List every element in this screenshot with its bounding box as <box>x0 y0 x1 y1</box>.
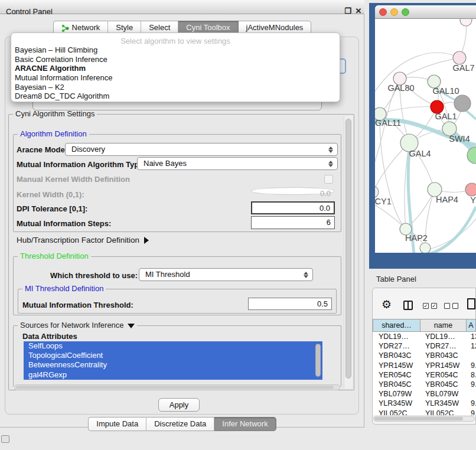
control-panel-titlebar <box>0 0 364 14</box>
network-node[interactable] <box>460 19 472 26</box>
tab-impute-data[interactable]: Impute Data <box>88 417 146 431</box>
table-horizontal-scrollbar[interactable] <box>373 416 475 422</box>
table-row[interactable]: YER054CYER054C8. <box>373 370 476 380</box>
apply-button[interactable]: Apply <box>158 398 200 412</box>
settings-horizontal-scrollbar-thumb[interactable] <box>16 386 334 389</box>
tab-infer-network[interactable]: Infer Network <box>214 417 276 431</box>
table-row[interactable]: YBL079WYBL079W <box>373 389 476 399</box>
column-header-shared[interactable]: shared… <box>373 319 420 332</box>
algorithm-option[interactable]: Bayesian – K2 <box>11 83 340 92</box>
dpi-tolerance-label: DPI Tolerance [0,1]: <box>17 204 87 213</box>
network-graph: GAL7GAL80GAL10GAL1GAL11SWI4GAL4GCY1HAP4Y… <box>375 19 476 253</box>
table-cell: YBR043C <box>375 351 420 360</box>
manual-kernel-checkbox[interactable] <box>324 175 333 184</box>
dock-panel-icon[interactable] <box>1 435 9 443</box>
network-window-titlebar[interactable] <box>375 5 476 19</box>
sources-group-title[interactable]: Sources for Network Inference <box>18 321 137 330</box>
select-all-checkbox-icon[interactable]: ✓ <box>423 303 429 309</box>
network-edge <box>429 207 476 253</box>
algorithm-option[interactable]: ARACNE Algorithm <box>11 64 340 73</box>
network-node-gcy1[interactable] <box>375 186 379 198</box>
table-cell: YIL052C <box>375 409 420 416</box>
network-node-label: GAL11 <box>375 118 401 128</box>
network-view-window: GAL7GAL80GAL10GAL1GAL11SWI4GAL4GCY1HAP4Y… <box>369 3 476 269</box>
table-row[interactable]: YBR045CYBR045C9. <box>373 380 476 389</box>
table-cell: YBL079W <box>422 389 467 399</box>
table-cell: YER054C <box>375 370 420 380</box>
table-cell: 12 <box>467 341 476 351</box>
data-attribute-item[interactable]: gal4RGexp <box>24 370 322 380</box>
table-row[interactable]: YLR345WYLR345W9. <box>373 399 476 408</box>
table-cell: YER054C <box>422 370 467 380</box>
data-attribute-item[interactable]: SelfLoops <box>24 341 322 351</box>
select-all-checkbox-icon[interactable]: ✓ <box>431 303 437 309</box>
table-cell: YBR045C <box>422 380 467 389</box>
table-row[interactable]: YDL19…YDL19…13 <box>373 332 476 341</box>
bottom-tabs: Impute DataDiscretize DataInfer Network <box>0 417 364 431</box>
algorithm-option[interactable]: Mutual Information Inference <box>11 73 340 83</box>
mi-type-select[interactable]: Naive Bayes <box>137 157 338 170</box>
table-row[interactable]: YDR27…YDR27…12 <box>373 341 476 351</box>
algorithm-option[interactable]: Basic Correlation Inference <box>11 55 340 64</box>
table-row[interactable]: YIL052CYIL052C9 <box>373 409 476 416</box>
table-horizontal-scrollbar-thumb[interactable] <box>374 417 463 420</box>
gear-icon[interactable]: ⚙ <box>382 299 392 311</box>
kernel-width-field[interactable]: 0.0 <box>251 187 335 195</box>
column-header-partial[interactable]: A <box>466 319 476 332</box>
network-node-label: Y <box>470 195 476 205</box>
settings-horizontal-scrollbar[interactable] <box>14 384 340 390</box>
collapse-down-icon <box>128 324 135 328</box>
float-window-icon[interactable]: ❐ <box>343 6 353 16</box>
network-node-gal7[interactable] <box>453 51 466 64</box>
data-attributes-list: SelfLoopsTopologicalCoefficientBetweenne… <box>24 341 322 380</box>
network-canvas[interactable]: GAL7GAL80GAL10GAL1GAL11SWI4GAL4GCY1HAP4Y… <box>375 19 476 253</box>
network-window-frame: GAL7GAL80GAL10GAL1GAL11SWI4GAL4GCY1HAP4Y… <box>375 5 476 253</box>
mi-steps-field[interactable]: 6 <box>251 216 335 229</box>
mi-type-label: Mutual Information Algorithm Type: <box>17 160 146 169</box>
data-attribute-item[interactable]: TopologicalCoefficient <box>24 351 322 360</box>
network-node-label: HAP4 <box>436 195 458 204</box>
sources-title-text: Sources for Network Inference <box>20 321 124 330</box>
algorithm-option[interactable]: Dream8 DC_TDC Algorithm <box>11 92 340 101</box>
settings-scrollbar[interactable] <box>344 116 353 389</box>
network-node-label: HAP2 <box>405 233 428 243</box>
mi-threshold-label: Mutual Information Threshold: <box>22 301 133 309</box>
network-node[interactable] <box>467 147 476 164</box>
settings-scrollbar-thumb[interactable] <box>345 119 351 379</box>
close-traffic-light-icon[interactable] <box>379 8 387 16</box>
zoom-traffic-light-icon[interactable] <box>402 8 409 16</box>
tab-discretize-data[interactable]: Discretize Data <box>146 417 214 431</box>
attributes-scrollbar-thumb[interactable] <box>315 344 321 377</box>
column-header-name[interactable]: name <box>420 319 467 332</box>
network-node-y[interactable] <box>465 183 476 196</box>
mi-threshold-field[interactable]: 0.5 <box>248 298 332 310</box>
data-attribute-item[interactable]: BetweennessCentrality <box>24 360 322 370</box>
table-row[interactable]: YPR145WYPR145W9. <box>373 361 476 370</box>
table-cell: YLR345W <box>375 399 420 408</box>
table-cell: YIL052C <box>422 409 467 416</box>
close-window-icon[interactable]: ✕ <box>354 6 363 16</box>
table-cell: YBR045C <box>375 380 420 389</box>
tab-label: Impute Data <box>96 418 138 431</box>
kernel-width-label: Kernel Width (0,1): <box>17 190 84 199</box>
hub-definition-toggle[interactable]: Hub/Transcription Factor Definition <box>17 236 149 244</box>
columns-icon[interactable] <box>403 301 413 310</box>
table-row[interactable]: YBR043CYBR043C <box>373 351 476 360</box>
table-cell: YPR145W <box>375 361 420 370</box>
network-node-label: SWI4 <box>449 134 470 144</box>
which-threshold-select[interactable]: MI Threshold <box>139 268 313 281</box>
table-cell: YDL19… <box>375 332 420 341</box>
dpi-tolerance-field[interactable]: 0.0 <box>251 201 335 214</box>
minimize-traffic-light-icon[interactable] <box>390 8 398 16</box>
expand-right-icon <box>144 237 149 244</box>
network-node[interactable] <box>420 243 431 253</box>
algorithm-popup-placeholder: Select algorithm to view settings <box>11 37 340 45</box>
aracne-mode-select[interactable]: Discovery <box>65 143 338 156</box>
deselect-all-checkbox-icon[interactable] <box>452 303 458 309</box>
document-icon[interactable] <box>467 298 475 309</box>
network-node[interactable] <box>454 95 471 112</box>
hub-definition-label: Hub/Transcription Factor Definition <box>17 236 139 244</box>
aracne-mode-label: Aracne Mode: <box>17 145 67 154</box>
deselect-all-checkbox-icon[interactable] <box>444 303 450 309</box>
algorithm-option[interactable]: Bayesian – Hill Climbing <box>11 45 340 55</box>
